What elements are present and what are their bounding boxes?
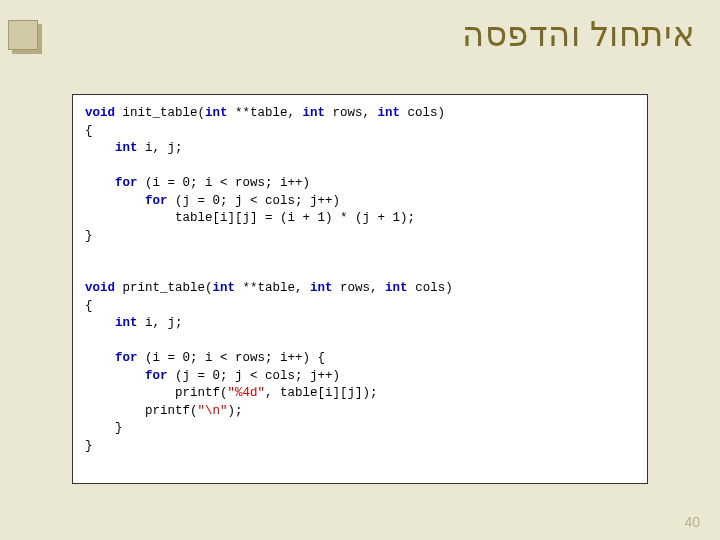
page-number: 40 (684, 514, 700, 530)
code-text (85, 316, 115, 330)
keyword-int: int (115, 316, 138, 330)
code-text: (j = 0; j < cols; j++) (168, 194, 341, 208)
code-text: i, j; (138, 141, 183, 155)
code-block: void init_table(int **table, int rows, i… (85, 105, 635, 455)
code-text: , table[i][j]); (265, 386, 378, 400)
code-text: } (85, 229, 93, 243)
code-text (85, 386, 175, 400)
code-text: **table, (228, 106, 303, 120)
keyword-int: int (205, 106, 228, 120)
code-text: ); (228, 404, 243, 418)
code-text (85, 141, 115, 155)
string-literal: "%4d" (228, 386, 266, 400)
code-text: rows, (325, 106, 378, 120)
code-text: cols) (408, 281, 453, 295)
keyword-int: int (310, 281, 333, 295)
code-text (85, 421, 115, 435)
code-text: { (85, 299, 93, 313)
code-text (85, 211, 175, 225)
code-text: (i = 0; i < rows; i++) { (138, 351, 326, 365)
code-text: printf( (145, 404, 198, 418)
keyword-int: int (378, 106, 401, 120)
code-text: print_table( (115, 281, 213, 295)
code-text (85, 404, 145, 418)
code-text: (i = 0; i < rows; i++) (138, 176, 311, 190)
keyword-for: for (115, 176, 138, 190)
keyword-int: int (213, 281, 236, 295)
code-text (85, 351, 115, 365)
slide-title: איתחול והדפסה (462, 14, 696, 54)
code-text: (j = 0; j < cols; j++) (168, 369, 341, 383)
keyword-int: int (115, 141, 138, 155)
code-text (85, 176, 115, 190)
code-text: table[i][j] = (i + 1) * (j + 1); (175, 211, 415, 225)
decorative-square (8, 20, 38, 50)
keyword-for: for (115, 351, 138, 365)
code-text: { (85, 124, 93, 138)
slide: איתחול והדפסה void init_table(int **tabl… (0, 0, 720, 540)
code-text: rows, (333, 281, 386, 295)
code-text: } (85, 439, 93, 453)
code-container: void init_table(int **table, int rows, i… (72, 94, 648, 484)
code-text: init_table( (115, 106, 205, 120)
keyword-for: for (145, 194, 168, 208)
title-row: איתחול והדפסה (0, 0, 720, 54)
keyword-void: void (85, 106, 115, 120)
code-text: **table, (235, 281, 310, 295)
code-text: i, j; (138, 316, 183, 330)
code-text: } (115, 421, 123, 435)
code-text (85, 369, 145, 383)
code-text: cols) (400, 106, 445, 120)
string-literal: "\n" (198, 404, 228, 418)
keyword-int: int (303, 106, 326, 120)
code-text: printf( (175, 386, 228, 400)
keyword-void: void (85, 281, 115, 295)
keyword-int: int (385, 281, 408, 295)
keyword-for: for (145, 369, 168, 383)
code-text (85, 194, 145, 208)
